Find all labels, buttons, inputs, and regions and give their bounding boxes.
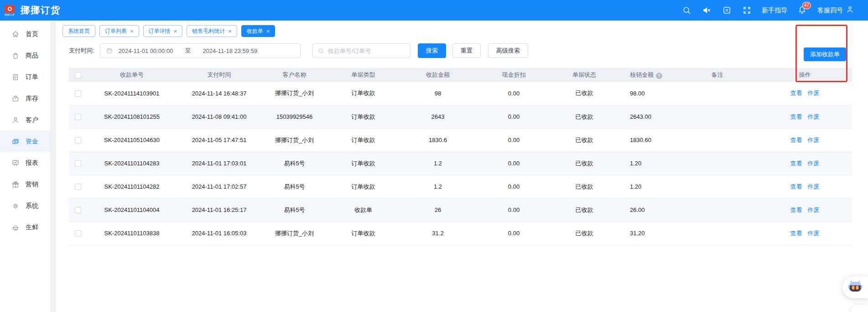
tab-close-icon[interactable]: × [228, 28, 232, 34]
date-start-value[interactable]: 2024-11-01 00:00:00 [119, 48, 173, 54]
date-end-value[interactable]: 2024-11-18 23:59:59 [203, 48, 257, 54]
reset-button[interactable]: 重置 [452, 43, 481, 58]
void-link[interactable]: 作废 [808, 206, 820, 213]
sidebar-item-home[interactable]: 首页 [0, 23, 50, 45]
tab-label: 销售毛利统计 [192, 27, 225, 35]
view-link[interactable]: 查看 [790, 137, 802, 143]
writeoff-cell: 98.00 [617, 82, 677, 105]
sidebar-item-label: 系统 [26, 202, 38, 210]
sidebar-item-label: 报表 [26, 159, 38, 167]
receipt-no-cell: SK-20241101103838 [87, 222, 177, 245]
add-receipt-button[interactable]: 添加收款单 [804, 48, 846, 61]
actions-cell: 查看作废 [758, 128, 852, 152]
date-separator: 至 [185, 47, 191, 55]
brand: 挪挪订货 挪挪订货 [5, 4, 61, 16]
actions-cell: 查看作废 [758, 222, 852, 245]
tab-label: 系统首页 [68, 27, 90, 35]
writeoff-cell: 26.00 [617, 198, 677, 222]
tab-系统首页[interactable]: 系统首页 [62, 25, 95, 37]
row-checkbox[interactable] [75, 90, 81, 97]
tab-close-icon[interactable]: × [174, 28, 177, 34]
row-checkbox[interactable] [75, 207, 81, 213]
void-link[interactable]: 作废 [808, 230, 820, 237]
tab-订单列表[interactable]: 订单列表× [99, 25, 139, 37]
sidebar-item-report[interactable]: 报表 [0, 152, 50, 174]
app-title: 挪挪订货 [21, 4, 61, 16]
user-menu[interactable]: 客服四号 [817, 5, 854, 16]
search-button[interactable]: 搜索 [418, 43, 446, 58]
sidebar: 首页商品订单库存客户资金报表营销系统生鲜 [0, 21, 50, 312]
doc-type-cell: 订单收款 [327, 175, 400, 198]
view-link[interactable]: 查看 [790, 230, 802, 237]
sidebar-item-fresh[interactable]: 生鲜 [0, 217, 50, 238]
writeoff-cell: 1.20 [617, 152, 677, 175]
customer-cell: 易科5号 [262, 152, 327, 175]
window-icon[interactable] [722, 5, 732, 16]
sidebar-item-inventory[interactable]: 库存 [0, 88, 50, 109]
status-cell: 已收款 [551, 175, 617, 198]
search-box[interactable] [312, 43, 411, 58]
receipt-no-cell: SK-20241101104283 [87, 152, 177, 175]
sidebar-item-bag[interactable]: 商品 [0, 45, 50, 66]
tab-close-icon[interactable]: × [130, 28, 134, 34]
sidebar-item-customer[interactable]: 客户 [0, 109, 50, 131]
void-link[interactable]: 作废 [808, 137, 820, 143]
sidebar-item-system[interactable]: 系统 [0, 195, 50, 217]
writeoff-cell: 1.20 [617, 175, 677, 198]
tab-label: 订单列表 [105, 27, 127, 35]
pay-time-cell: 2024-11-01 16:05:03 [177, 222, 262, 245]
notification-bell-icon[interactable]: 47 [797, 5, 807, 16]
sidebar-item-marketing[interactable]: 营销 [0, 174, 50, 195]
topbar-icon-group [681, 5, 752, 16]
actions-cell: 查看作废 [758, 152, 852, 175]
customer-cell: 挪挪订货_小刘 [262, 82, 327, 105]
column-header: 备注 [677, 68, 758, 82]
order-icon [11, 73, 20, 81]
assistant-robot-button[interactable] [842, 276, 868, 298]
row-checkbox[interactable] [75, 184, 81, 190]
void-link[interactable]: 作废 [808, 183, 820, 190]
tab-订单详情[interactable]: 订单详情× [143, 25, 183, 37]
search-input[interactable] [328, 48, 405, 54]
sidebar-item-funds[interactable]: 资金 [0, 131, 50, 152]
row-checkbox[interactable] [75, 230, 81, 237]
select-all-checkbox[interactable] [75, 72, 81, 79]
column-header: 支付时间 [177, 68, 262, 82]
system-icon [11, 202, 20, 210]
void-link[interactable]: 作废 [808, 160, 820, 167]
tab-收款单[interactable]: 收款单× [241, 25, 275, 37]
discount-cell: 0.00 [476, 82, 551, 105]
doc-type-cell: 收款单 [327, 198, 400, 222]
doc-type-cell: 订单收款 [327, 222, 400, 245]
inventory-icon [11, 95, 20, 103]
help-icon[interactable]: ? [656, 73, 662, 79]
void-link[interactable]: 作废 [808, 113, 820, 120]
doc-type-cell: 订单收款 [327, 105, 400, 128]
sidebar-item-order[interactable]: 订单 [0, 66, 50, 88]
tab-销售毛利统计[interactable]: 销售毛利统计× [187, 25, 237, 37]
floating-button-partial[interactable] [851, 305, 868, 312]
search-icon[interactable] [681, 5, 691, 16]
view-link[interactable]: 查看 [790, 183, 802, 190]
view-link[interactable]: 查看 [790, 90, 802, 96]
app-logo: 挪挪订货 [5, 5, 15, 16]
view-link[interactable]: 查看 [790, 113, 802, 120]
date-range-input[interactable]: 2024-11-01 00:00:00 至 2024-11-18 23:59:5… [100, 43, 301, 58]
row-checkbox[interactable] [75, 114, 81, 120]
beginner-guide-link[interactable]: 新手指导 [762, 6, 787, 15]
advanced-search-button[interactable]: 高级搜索 [488, 43, 528, 58]
column-header: 单据类型 [327, 68, 400, 82]
tab-close-icon[interactable]: × [266, 28, 270, 34]
view-link[interactable]: 查看 [790, 206, 802, 213]
void-link[interactable]: 作废 [808, 90, 820, 96]
speaker-muted-icon[interactable] [702, 5, 712, 16]
remark-cell [677, 222, 758, 245]
writeoff-cell: 31.20 [617, 222, 677, 245]
actions-cell: 查看作废 [758, 105, 852, 128]
view-link[interactable]: 查看 [790, 160, 802, 167]
pay-time-cell: 2024-11-01 16:25:17 [177, 198, 262, 222]
table-row: SK-202411011042832024-11-01 17:03:01易科5号… [69, 152, 852, 175]
row-checkbox[interactable] [75, 137, 81, 143]
row-checkbox[interactable] [75, 160, 81, 167]
fullscreen-icon[interactable] [742, 5, 752, 16]
